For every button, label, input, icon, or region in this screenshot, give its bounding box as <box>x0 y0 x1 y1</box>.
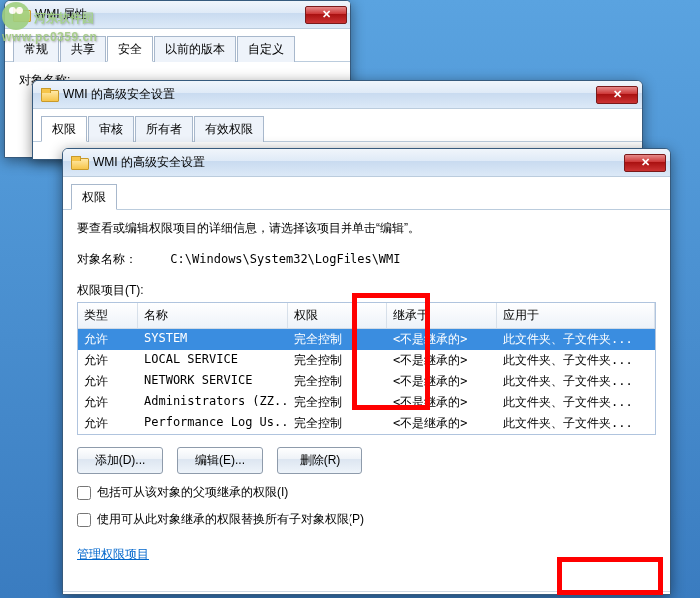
tabbar: 常规 共享 安全 以前的版本 自定义 <box>5 29 350 62</box>
col-name[interactable]: 名称 <box>138 303 288 328</box>
tab-previous[interactable]: 以前的版本 <box>154 36 236 62</box>
col-perm[interactable]: 权限 <box>288 303 387 328</box>
tabbar: 权限 <box>63 177 670 210</box>
close-icon[interactable] <box>624 154 666 172</box>
tabbar: 权限 审核 所有者 有效权限 <box>33 109 642 142</box>
manage-permissions-link[interactable]: 管理权限项目 <box>77 547 149 561</box>
permissions-list[interactable]: 类型 名称 权限 继承于 应用于 允许SYSTEM完全控制<不是继承的>此文件夹… <box>77 302 656 435</box>
tab-owner[interactable]: 所有者 <box>135 116 193 142</box>
replace-child-checkbox[interactable] <box>77 513 91 527</box>
folder-icon <box>71 156 87 170</box>
window-advanced-security-2: WMI 的高级安全设置 权限 要查看或编辑权限项目的详细信息，请选择该项目并单击… <box>62 148 671 595</box>
window-title: WMI 的高级安全设置 <box>63 86 596 103</box>
titlebar[interactable]: WMI 的高级安全设置 <box>33 81 642 109</box>
window-title: WMI 属性 <box>35 6 305 23</box>
window-title: WMI 的高级安全设置 <box>93 154 624 171</box>
col-inherit[interactable]: 继承于 <box>387 303 497 328</box>
col-apply[interactable]: 应用于 <box>497 303 655 328</box>
tab-audit[interactable]: 审核 <box>88 116 134 142</box>
tab-effective[interactable]: 有效权限 <box>194 116 264 142</box>
remove-button[interactable]: 删除(R) <box>277 447 362 474</box>
tab-share[interactable]: 共享 <box>60 36 106 62</box>
tab-general[interactable]: 常规 <box>13 36 59 62</box>
object-name-label: 对象名称： <box>77 252 137 266</box>
dialog-content: 要查看或编辑权限项目的详细信息，请选择该项目并单击“编辑”。 对象名称： C:\… <box>63 210 670 573</box>
folder-icon <box>41 88 57 102</box>
tab-security[interactable]: 安全 <box>107 36 153 62</box>
close-icon[interactable] <box>305 6 347 24</box>
tab-permissions[interactable]: 权限 <box>41 116 87 142</box>
items-label: 权限项目(T): <box>77 282 656 299</box>
replace-child-label: 使用可从此对象继承的权限替换所有子对象权限(P) <box>97 511 364 528</box>
folder-icon <box>13 8 29 22</box>
table-row[interactable]: 允许Administrators (ZZ...完全控制<不是继承的>此文件夹、子… <box>78 392 655 413</box>
tab-permissions[interactable]: 权限 <box>71 184 117 210</box>
table-row[interactable]: 允许SYSTEM完全控制<不是继承的>此文件夹、子文件夹... <box>78 329 655 350</box>
table-row[interactable]: 允许NETWORK SERVICE完全控制<不是继承的>此文件夹、子文件夹... <box>78 371 655 392</box>
close-icon[interactable] <box>596 86 638 104</box>
edit-button[interactable]: 编辑(E)... <box>177 447 263 474</box>
titlebar[interactable]: WMI 的高级安全设置 <box>63 149 670 177</box>
include-inherit-checkbox[interactable] <box>77 486 91 500</box>
add-button[interactable]: 添加(D)... <box>77 447 163 474</box>
col-type[interactable]: 类型 <box>78 303 138 328</box>
intro-text: 要查看或编辑权限项目的详细信息，请选择该项目并单击“编辑”。 <box>77 220 656 237</box>
titlebar[interactable]: WMI 属性 <box>5 1 350 29</box>
tab-custom[interactable]: 自定义 <box>237 36 295 62</box>
list-header: 类型 名称 权限 继承于 应用于 <box>78 303 655 329</box>
table-row[interactable]: 允许LOCAL SERVICE完全控制<不是继承的>此文件夹、子文件夹... <box>78 350 655 371</box>
object-path: C:\Windows\System32\LogFiles\WMI <box>170 252 400 266</box>
table-row[interactable]: 允许Performance Log Us...完全控制<不是继承的>此文件夹、子… <box>78 413 655 434</box>
include-inherit-label: 包括可从该对象的父项继承的权限(I) <box>97 484 288 501</box>
